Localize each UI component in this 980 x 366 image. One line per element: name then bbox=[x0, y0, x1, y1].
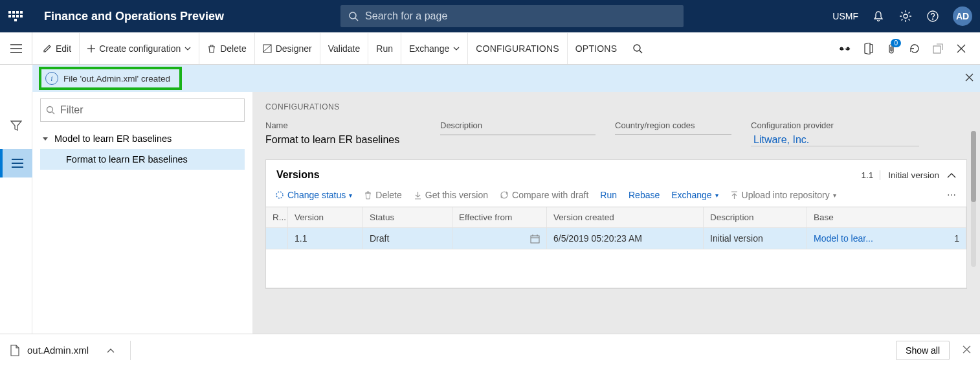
chevron-down-icon bbox=[453, 47, 460, 51]
document-name[interactable]: out.Admin.xml bbox=[27, 345, 89, 356]
upload-icon bbox=[730, 191, 739, 200]
chevron-up-icon bbox=[947, 173, 956, 178]
options-tab[interactable]: OPTIONS bbox=[568, 33, 625, 64]
status-icon bbox=[275, 190, 284, 200]
info-message: File 'out.Admin.xml' created bbox=[63, 74, 170, 84]
cell-status: Draft bbox=[363, 228, 452, 249]
versions-summary-title: Initial version bbox=[880, 170, 947, 180]
description-input[interactable] bbox=[440, 134, 596, 135]
exchange-button[interactable]: Exchange bbox=[401, 33, 468, 64]
filter-icon bbox=[46, 106, 55, 115]
cell-r bbox=[266, 228, 288, 249]
versions-collapse-button[interactable] bbox=[947, 169, 956, 181]
document-expand-button[interactable] bbox=[107, 346, 115, 355]
cell-created: 6/5/2019 05:20:23 AM bbox=[547, 228, 704, 249]
col-version[interactable]: Version bbox=[288, 207, 363, 228]
list-rail-button[interactable] bbox=[0, 149, 32, 177]
close-icon[interactable] bbox=[954, 41, 968, 56]
rebase-button[interactable]: Rebase bbox=[629, 190, 660, 200]
info-banner-row: i File 'out.Admin.xml' created bbox=[0, 65, 980, 92]
version-run-button[interactable]: Run bbox=[600, 190, 617, 200]
delete-button[interactable]: Delete bbox=[199, 33, 254, 64]
col-description[interactable]: Description bbox=[704, 207, 807, 228]
col-r[interactable]: R... bbox=[266, 207, 288, 228]
designer-button[interactable]: Designer bbox=[255, 33, 320, 64]
field-label: Configuration provider bbox=[751, 120, 919, 130]
trash-icon bbox=[364, 191, 372, 200]
caret-icon bbox=[43, 137, 48, 141]
office-icon[interactable] bbox=[861, 41, 875, 56]
compare-button[interactable]: Compare with draft bbox=[500, 190, 588, 200]
create-configuration-button[interactable]: Create configuration bbox=[80, 33, 199, 64]
country-region-input[interactable] bbox=[615, 134, 731, 135]
svg-line-25 bbox=[52, 112, 54, 114]
info-close-button[interactable] bbox=[965, 73, 974, 84]
pencil-icon bbox=[43, 44, 52, 53]
tree-filter-input[interactable]: Filter bbox=[40, 98, 245, 122]
cell-effective[interactable] bbox=[452, 228, 547, 249]
col-effective[interactable]: Effective from bbox=[452, 207, 547, 228]
name-input[interactable]: Format to learn ER baselines bbox=[265, 134, 421, 146]
tree-item-label: Model to learn ER baselines bbox=[54, 133, 172, 144]
company-code[interactable]: USMF bbox=[832, 11, 858, 21]
plus-icon bbox=[87, 45, 95, 52]
versions-toolbar: Change status▾ Delete Get this version C… bbox=[266, 187, 966, 207]
bottom-close-button[interactable] bbox=[963, 345, 971, 356]
tree-item-child[interactable]: Format to learn ER baselines bbox=[40, 149, 245, 170]
svg-point-14 bbox=[840, 47, 843, 50]
versions-card: Versions 1.1 Initial version Change stat… bbox=[265, 159, 967, 289]
upload-repo-button[interactable]: Upload into repository▾ bbox=[730, 190, 836, 200]
bell-icon[interactable] bbox=[871, 9, 885, 23]
run-button[interactable]: Run bbox=[368, 33, 401, 64]
list-icon bbox=[12, 159, 23, 168]
search-placeholder: Search for a page bbox=[365, 10, 447, 22]
search-input[interactable]: Search for a page bbox=[340, 5, 684, 27]
more-actions-button[interactable]: ⋯ bbox=[947, 190, 957, 200]
info-banner: i File 'out.Admin.xml' created bbox=[32, 65, 980, 92]
gear-icon[interactable] bbox=[898, 9, 913, 23]
scrollbar[interactable] bbox=[971, 131, 976, 267]
edit-button[interactable]: Edit bbox=[35, 33, 80, 64]
grid-row[interactable]: 1.1 Draft 6/5/2019 05:20:23 AM Initial v… bbox=[266, 228, 966, 249]
field-country-region: Country/region codes bbox=[615, 120, 731, 146]
version-exchange-button[interactable]: Exchange▾ bbox=[671, 190, 718, 200]
col-status[interactable]: Status bbox=[363, 207, 452, 228]
field-label: Name bbox=[265, 120, 421, 130]
tree-panel: Filter Model to learn ER baselines Forma… bbox=[32, 92, 252, 334]
cell-base: Model to lear... 1 bbox=[807, 228, 966, 249]
versions-summary-number: 1.1 bbox=[861, 170, 880, 180]
nav-toggle-button[interactable] bbox=[0, 32, 32, 65]
config-tree: Model to learn ER baselines Format to le… bbox=[40, 128, 245, 170]
col-created[interactable]: Version created bbox=[547, 207, 704, 228]
field-config-provider: Configuration provider Litware, Inc. bbox=[751, 120, 919, 146]
popout-icon[interactable] bbox=[931, 41, 945, 56]
field-label: Description bbox=[440, 120, 596, 130]
version-delete-button[interactable]: Delete bbox=[364, 190, 401, 200]
bottom-bar: out.Admin.xml Show all bbox=[0, 334, 980, 366]
show-all-button[interactable]: Show all bbox=[896, 341, 950, 360]
filter-rail-button[interactable] bbox=[0, 111, 32, 140]
change-status-button[interactable]: Change status▾ bbox=[275, 190, 352, 200]
field-name: Name Format to learn ER baselines bbox=[265, 120, 421, 146]
left-rail bbox=[0, 92, 32, 334]
calendar-icon bbox=[530, 234, 540, 244]
link-icon[interactable] bbox=[838, 41, 852, 56]
app-launcher-icon[interactable] bbox=[8, 8, 23, 24]
action-search-button[interactable] bbox=[625, 33, 651, 64]
base-link[interactable]: Model to lear... bbox=[814, 233, 873, 244]
svg-point-12 bbox=[634, 45, 640, 51]
attachments-icon[interactable]: 0 bbox=[884, 41, 898, 56]
tree-item-parent[interactable]: Model to learn ER baselines bbox=[40, 128, 245, 149]
search-icon bbox=[348, 11, 359, 21]
svg-rect-16 bbox=[933, 46, 941, 53]
col-base[interactable]: Base bbox=[807, 207, 966, 228]
refresh-icon[interactable] bbox=[908, 41, 922, 56]
configurations-tab[interactable]: CONFIGURATIONS bbox=[468, 33, 568, 64]
svg-line-13 bbox=[640, 51, 642, 53]
avatar[interactable]: AD bbox=[953, 6, 972, 26]
config-provider-link[interactable]: Litware, Inc. bbox=[751, 134, 919, 146]
help-icon[interactable] bbox=[926, 9, 940, 23]
validate-button[interactable]: Validate bbox=[320, 33, 369, 64]
svg-point-2 bbox=[904, 14, 908, 18]
get-version-button[interactable]: Get this version bbox=[414, 190, 488, 200]
